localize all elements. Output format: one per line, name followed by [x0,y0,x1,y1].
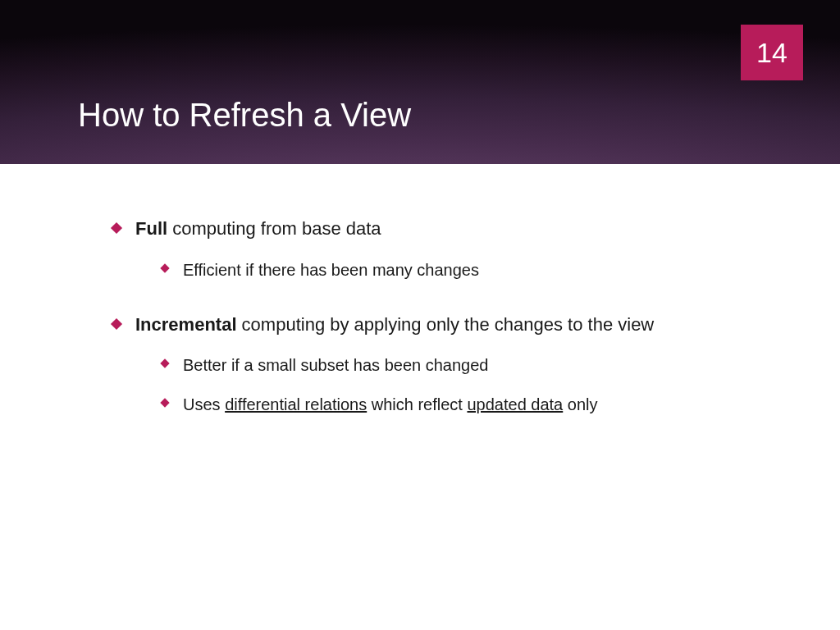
bullet-text: Better if a small subset has been change… [183,354,488,376]
slide-content: Full computing from base data Efficient … [0,164,840,415]
diamond-icon [160,399,169,408]
bullet-level1: Full computing from base data [112,217,762,241]
bullet-text: Incremental computing by applying only t… [135,313,654,337]
diamond-icon [111,222,122,234]
text: computing from base data [167,218,381,239]
text: Uses [183,395,225,413]
bullet-level2: Efficient if there has been many changes [162,259,762,281]
underlined-text: updated data [467,395,563,413]
bullet-level2: Better if a small subset has been change… [162,354,762,376]
diamond-icon [111,318,122,330]
text: computing by applying only the changes t… [237,314,655,335]
bullet-level1: Incremental computing by applying only t… [112,313,762,337]
bold-text: Full [135,218,167,239]
text: which reflect [367,395,467,413]
bullet-text: Efficient if there has been many changes [183,259,479,281]
diamond-icon [160,263,169,272]
diamond-icon [160,359,169,368]
bullet-text: Full computing from base data [135,217,381,241]
slide: 14 How to Refresh a View Full computing … [0,0,840,630]
bullet-text: Uses differential relations which reflec… [183,394,598,415]
underlined-text: differential relations [225,395,367,413]
page-number: 14 [756,37,788,69]
text: only [563,395,597,413]
slide-header: 14 How to Refresh a View [0,0,840,164]
slide-title: How to Refresh a View [78,97,411,134]
bullet-level2: Uses differential relations which reflec… [162,394,762,415]
bold-text: Incremental [135,314,237,335]
page-number-box: 14 [741,25,803,80]
